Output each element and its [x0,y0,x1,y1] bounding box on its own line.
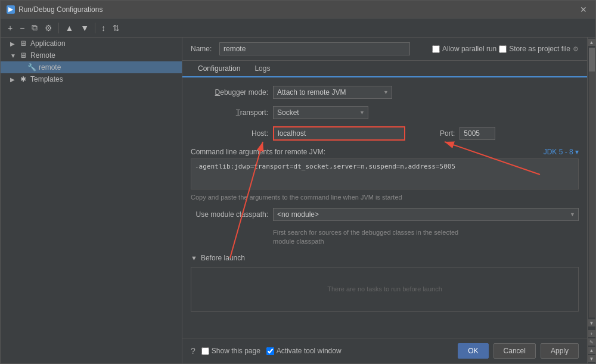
templates-collapse-icon: ▶ [10,76,16,83]
remote-config-icon: 🔧 [27,63,36,71]
main-content: ▶ 🖥 Application ▼ 🖥 Remote 🔧 remote ▶ ✱ … [1,38,595,363]
before-launch-area: There are no tasks to run before launch [191,267,579,312]
transport-label: Transport: [191,108,268,117]
remove-button[interactable]: − [17,22,27,34]
allow-parallel-checkbox[interactable] [432,45,440,53]
ok-button[interactable]: OK [458,343,488,359]
application-icon: 🖥 [18,39,28,48]
tree-remote-config[interactable]: 🔧 remote [1,61,182,73]
cmdline-header: Command line arguments for remote JVM: J… [191,148,579,156]
port-label: Port: [440,129,455,138]
module-row: Use module classpath: <no module> [191,208,579,221]
transport-select[interactable]: Socket Shared memory [273,106,368,119]
remote-collapse-icon: ▼ [10,52,16,59]
side-up-button[interactable]: ▲ [588,347,595,354]
apply-button[interactable]: Apply [541,343,579,359]
side-down-button[interactable]: ▼ [588,355,595,362]
module-hint: First search for sources of the debugged… [273,228,579,247]
side-actions: + ✎ ▲ ▼ [588,330,595,362]
application-collapse-icon: ▶ [10,41,16,47]
host-input-border [273,126,405,141]
activate-window-checkbox[interactable] [266,347,274,355]
host-input[interactable] [274,127,404,139]
tree-remote[interactable]: ▼ 🖥 Remote [1,49,182,61]
store-as-project-label: Store as project file [509,45,570,53]
jdk-link[interactable]: JDK 5 - 8 ▾ [544,148,579,156]
dialog-icon: ▶ [7,5,15,14]
title-bar: ▶ Run/Debug Configurations ✕ [1,1,595,18]
before-launch-header: ▼ Before launch [191,254,579,262]
sort-button[interactable]: ⇅ [110,22,122,34]
right-panel-wrapper: Name: Allow parallel run Store as projec… [182,38,595,363]
module-select[interactable]: <no module> [273,208,579,221]
tree-templates[interactable]: ▶ ✱ Templates [1,73,182,85]
activate-window-check: Activate tool window [266,347,342,355]
bottom-actions: OK Cancel Apply [458,343,579,359]
add-button[interactable]: + [5,22,15,34]
before-launch-empty: There are no tasks to run before launch [327,285,442,293]
toolbar: + − ⧉ ⚙ ▲ ▼ ↕ ⇅ [1,18,595,38]
store-as-project-icon: ⚙ [573,45,579,53]
config-content: Debugger mode: Attach to remote JVM List… [182,77,587,338]
side-edit-button[interactable]: ✎ [588,338,595,346]
arrow-up-button[interactable]: ▲ [63,22,76,34]
tab-logs[interactable]: Logs [247,61,277,77]
settings-button[interactable]: ⚙ [42,22,55,34]
dialog-title: Run/Debug Configurations [18,5,103,14]
right-panel: Name: Allow parallel run Store as projec… [182,38,587,363]
show-page-check: Show this page [201,347,260,355]
scrollbar[interactable]: ▲ ▼ + ✎ ▲ ▼ [587,38,595,363]
debugger-mode-row: Debugger mode: Attach to remote JVM List… [191,86,579,99]
cancel-button[interactable]: Cancel [493,343,536,359]
host-label: Host: [191,129,268,138]
scroll-up-button[interactable]: ▲ [588,39,595,46]
name-row: Name: Allow parallel run Store as projec… [182,38,587,61]
debugger-mode-label: Debugger mode: [191,88,268,97]
run-debug-dialog: ▶ Run/Debug Configurations ✕ + − ⧉ ⚙ ▲ ▼… [0,0,596,364]
show-page-checkbox[interactable] [201,347,209,355]
module-select-wrapper: <no module> [273,208,579,221]
copy-button[interactable]: ⧉ [29,21,40,34]
before-launch-label: Before launch [201,254,245,262]
tabs: Configuration Logs [182,61,587,77]
tab-configuration[interactable]: Configuration [191,61,247,77]
transport-select-wrapper: Socket Shared memory [273,106,368,119]
checkbox-group: Allow parallel run Store as project file… [432,45,579,53]
port-input[interactable] [460,127,495,140]
close-button[interactable]: ✕ [578,5,589,14]
cmdline-section: Command line arguments for remote JVM: J… [191,148,579,201]
scroll-thumb[interactable] [589,48,595,71]
help-icon[interactable]: ? [191,346,195,356]
remote-config-label: remote [39,63,61,71]
templates-icon: ✱ [18,75,28,83]
activate-window-label: Activate tool window [277,347,342,355]
side-add-button[interactable]: + [588,330,595,337]
remote-label: Remote [30,51,55,60]
templates-label: Templates [30,75,63,83]
arrow-down-button[interactable]: ▼ [78,22,91,34]
remote-icon: 🖥 [18,51,28,60]
scroll-track[interactable] [589,48,595,318]
before-launch-section: ▼ Before launch There are no tasks to ru… [191,254,579,312]
allow-parallel-label: Allow parallel run [442,45,496,53]
scroll-down-button[interactable]: ▼ [588,319,595,326]
toolbar-separator-2 [95,23,95,33]
store-as-project-checkbox[interactable] [499,45,507,53]
cmdline-hint: Copy and paste the arguments to the comm… [191,194,579,201]
host-port-row: Host: Port: [191,126,579,141]
title-bar-left: ▶ Run/Debug Configurations [7,5,103,14]
name-label: Name: [191,45,215,53]
bottom-bar: ? Show this page Activate tool window OK… [182,338,587,363]
move-button[interactable]: ↕ [99,22,108,34]
module-label: Use module classpath: [191,210,268,219]
name-input[interactable] [219,42,410,55]
cmdline-textarea[interactable]: -agentlib:jdwp=transport=dt_socket,serve… [191,158,579,189]
show-page-label: Show this page [212,347,260,355]
application-label: Application [30,39,66,48]
tree-application[interactable]: ▶ 🖥 Application [1,38,182,49]
debugger-mode-select[interactable]: Attach to remote JVM Listen to remote JV… [273,86,392,99]
transport-row: Transport: Socket Shared memory [191,106,579,119]
left-panel: ▶ 🖥 Application ▼ 🖥 Remote 🔧 remote ▶ ✱ … [1,38,182,363]
debugger-mode-select-wrapper: Attach to remote JVM Listen to remote JV… [273,86,392,99]
before-launch-collapse-icon: ▼ [191,254,197,262]
